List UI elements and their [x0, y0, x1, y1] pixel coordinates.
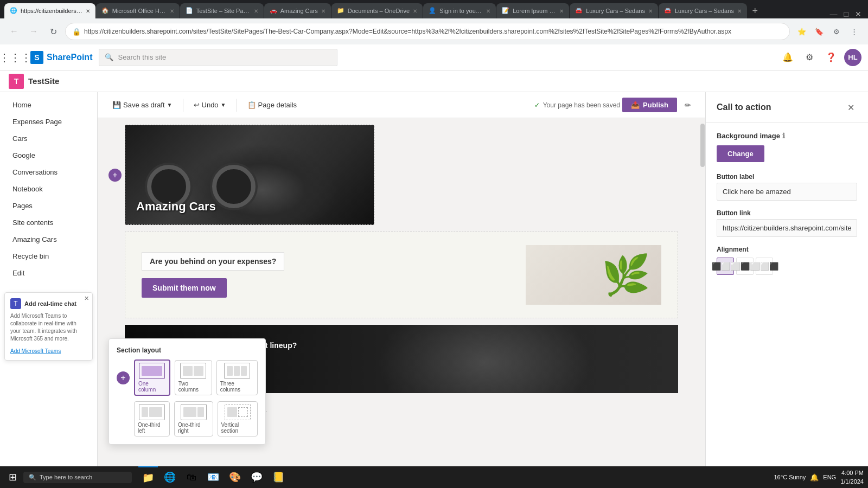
save-dropdown-icon[interactable]: ▼ — [167, 102, 173, 108]
sidebar-item-pages[interactable]: Pages — [0, 197, 97, 214]
save-draft-btn[interactable]: 💾 Save as draft ▼ — [106, 97, 178, 113]
button-label-input[interactable] — [717, 183, 857, 201]
user-avatar[interactable]: HL — [844, 49, 861, 66]
settings-btn[interactable]: ⚙ — [801, 49, 818, 66]
layout-one-third-right[interactable]: One-third right — [174, 401, 213, 436]
tab-favicon-docs: 📁 — [337, 7, 344, 15]
teams-icon: T — [10, 298, 21, 309]
add-section-btn-1[interactable]: + — [108, 169, 122, 182]
taskbar-search[interactable]: 🔍 Type here to search — [23, 472, 132, 483]
tab-luxury2[interactable]: 🚘 Luxury Cars – Sedans ✕ — [659, 3, 747, 18]
start-menu-btn[interactable]: ⊞ — [4, 471, 21, 483]
win-maximize[interactable]: □ — [842, 10, 851, 18]
submit-btn[interactable]: Submit them now — [142, 278, 227, 298]
chat-link[interactable]: Add Microsoft Teams — [10, 348, 61, 354]
ext-icon-1[interactable]: ⭐ — [794, 24, 809, 39]
layout-add-btn[interactable]: + — [117, 371, 130, 384]
chat-popup-close[interactable]: ✕ — [84, 295, 89, 302]
taskbar-notifications[interactable]: 🔔 — [810, 473, 819, 481]
site-name[interactable]: TestSite — [28, 76, 59, 86]
sidebar-item-recycle-bin[interactable]: Recycle bin — [0, 248, 97, 265]
win-minimize[interactable]: — — [828, 10, 840, 18]
sidebar-item-amazing-cars[interactable]: Amazing Cars — [0, 231, 97, 248]
sidebar-item-site-contents[interactable]: Site contents — [0, 214, 97, 231]
active-tab[interactable]: 🌐 https://citizenbuilders… ✕ — [4, 3, 95, 18]
tab-close-docs[interactable]: ✕ — [413, 8, 417, 14]
tab-sign-in[interactable]: 👤 Sign in to your accou… ✕ — [423, 3, 496, 18]
layout-third-left-label: One-third left — [138, 422, 166, 434]
ext-icon-4[interactable]: ⋮ — [846, 24, 861, 39]
car-title: Amazing Cars — [136, 200, 216, 214]
tab-luxury1[interactable]: 🚘 Luxury Cars – Sedans ✕ — [570, 3, 658, 18]
panel-close-btn[interactable]: ✕ — [844, 101, 857, 114]
help-btn[interactable]: ❓ — [822, 49, 840, 66]
layout-one-column[interactable]: One column — [134, 359, 170, 396]
sidebar-item-notebook[interactable]: Notebook — [0, 181, 97, 197]
notification-btn[interactable]: 🔔 — [779, 49, 796, 66]
layout-two-columns[interactable]: Two columns — [175, 360, 212, 395]
sidebar-item-home[interactable]: Home — [0, 97, 97, 113]
sidebar-item-conversations[interactable]: Conversations — [0, 164, 97, 181]
new-tab-btn[interactable]: + — [748, 3, 763, 18]
tab-lorem[interactable]: 📝 Lorem Ipsum – All the… ✕ — [496, 3, 569, 18]
taskbar-app-explorer[interactable]: 📁 — [138, 466, 158, 488]
tab-close-cars[interactable]: ✕ — [321, 8, 326, 14]
tab-minimize-btn[interactable]: — □ ✕ — [824, 10, 868, 18]
taskbar-app-paint[interactable]: 🎨 — [225, 466, 245, 488]
align-right-btn[interactable]: ⬜⬜⬛ — [756, 258, 773, 275]
waffle-menu[interactable]: ⋮⋮⋮ — [7, 49, 24, 66]
tab-close-btn[interactable]: ✕ — [86, 8, 90, 14]
tab-close-testsite[interactable]: ✕ — [254, 8, 258, 14]
expenses-left: Are you behind on your expenses? Submit … — [142, 252, 526, 298]
toolbar-divider-1 — [183, 99, 183, 112]
sidebar-item-cars[interactable]: Cars — [0, 130, 97, 147]
scrollbar-thumb[interactable] — [700, 124, 705, 167]
tab-close-luxury2[interactable]: ✕ — [737, 8, 742, 14]
page-details-btn[interactable]: 📋 Page details — [241, 97, 303, 113]
sharepoint-logo[interactable]: S SharePoint — [30, 51, 92, 64]
taskbar-app-onenote[interactable]: 📒 — [269, 466, 288, 488]
tab-close-luxury1[interactable]: ✕ — [648, 8, 653, 14]
tab-favicon-cars: 🚗 — [270, 7, 277, 15]
tab-documents[interactable]: 📁 Documents – OneDrive ✕ — [331, 3, 423, 18]
scrollbar-track — [700, 118, 705, 466]
ext-icon-2[interactable]: 🔖 — [812, 24, 827, 39]
tab-close-signin[interactable]: ✕ — [486, 8, 490, 14]
taskbar-app-edge[interactable]: 🌐 — [160, 466, 180, 488]
back-button[interactable]: ← — [7, 24, 22, 39]
publish-icon: 📤 — [631, 101, 640, 109]
taskbar-app-mail[interactable]: 📧 — [203, 466, 223, 488]
tab-ms-office[interactable]: 🏠 Microsoft Office Home ✕ — [96, 3, 180, 18]
sidebar-item-edit[interactable]: Edit — [0, 265, 97, 281]
win-close[interactable]: ✕ — [853, 10, 864, 18]
site-icon: T — [9, 74, 24, 89]
tab-close-lorem[interactable]: ✕ — [559, 8, 564, 14]
tab-amazing-cars[interactable]: 🚗 Amazing Cars ✕ — [264, 3, 331, 18]
undo-dropdown-icon[interactable]: ▼ — [221, 102, 226, 108]
sidebar-item-google[interactable]: Google — [0, 147, 97, 164]
toolbar-divider-2 — [237, 99, 237, 112]
tab-testsite[interactable]: 📄 TestSite – Site Pages ✕ — [180, 3, 264, 18]
taskbar-app-store[interactable]: 🛍 — [182, 466, 201, 488]
bg-image-info-icon[interactable]: ℹ — [782, 132, 785, 140]
change-btn[interactable]: Change — [717, 145, 764, 162]
tab-close-office[interactable]: ✕ — [170, 8, 174, 14]
reload-button[interactable]: ↻ — [46, 24, 61, 39]
sharepoint-search[interactable]: 🔍 Search this site — [99, 49, 337, 66]
undo-btn[interactable]: ↩ Undo ▼ — [188, 97, 232, 113]
tab-favicon-testsite: 📄 — [186, 7, 193, 15]
topbar-actions: 🔔 ⚙ ❓ HL — [779, 49, 861, 66]
button-link-input[interactable] — [717, 219, 857, 237]
layout-three-columns[interactable]: Three columns — [216, 360, 258, 395]
sidebar-item-expenses[interactable]: Expenses Page — [0, 113, 97, 130]
taskbar-app-teams[interactable]: 💬 — [247, 466, 266, 488]
address-bar[interactable]: 🔒 https://citizenbuilders.sharepoint.com… — [65, 23, 790, 40]
forward-button[interactable]: → — [26, 24, 41, 39]
pencil-btn[interactable]: ✏ — [679, 97, 697, 114]
ext-icon-3[interactable]: ⚙ — [829, 24, 844, 39]
layout-row-1: + One column — [117, 359, 258, 396]
layout-one-label: One column — [138, 381, 166, 393]
layout-one-third-left[interactable]: One-third left — [134, 401, 170, 436]
publish-btn[interactable]: 📤 Publish — [622, 98, 677, 112]
layout-vertical-section[interactable]: Vertical section — [218, 401, 258, 436]
